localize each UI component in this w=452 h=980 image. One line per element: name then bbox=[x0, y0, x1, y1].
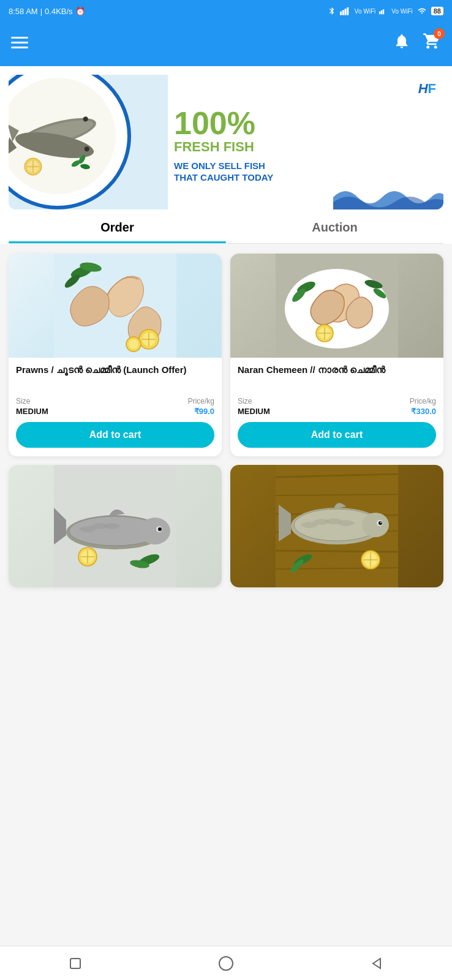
signal-icon-2 bbox=[379, 7, 388, 15]
product-size-row-1: Size Price/kg bbox=[16, 397, 214, 405]
bell-icon bbox=[393, 32, 410, 50]
separator: | bbox=[40, 7, 42, 16]
banner-percent: 100% bbox=[174, 107, 435, 139]
svg-rect-0 bbox=[340, 12, 342, 15]
tab-order[interactable]: Order bbox=[9, 209, 226, 243]
product-name-1: Prawns / ചൂടൻ ചെമ്മീൻ (Launch Offer) bbox=[16, 364, 214, 391]
status-bar: 8:58 AM | 0.4KB/s ⏰ Vo WiFi Vo WiFi 88 bbox=[0, 0, 452, 22]
back-icon bbox=[369, 956, 384, 971]
network-speed: 0.4KB/s bbox=[45, 7, 73, 16]
bottom-nav bbox=[0, 946, 452, 980]
header-right: 0 bbox=[393, 32, 441, 53]
price-value-1: ₹99.0 bbox=[194, 407, 214, 416]
product-image-3 bbox=[9, 465, 222, 587]
tabs-bar: Order Auction bbox=[0, 209, 452, 243]
product-card-2: Naran Chemeen // നാരൻ ചെമ്മീൻ Size Price… bbox=[230, 254, 443, 456]
banner-container: HF 100% FRESH FISH WE ONLY SELL FISH THA… bbox=[0, 66, 452, 209]
square-icon bbox=[68, 956, 83, 971]
wifi-icon bbox=[416, 7, 428, 15]
nav-square-button[interactable] bbox=[67, 955, 84, 972]
fish-plate bbox=[9, 75, 131, 209]
status-right: Vo WiFi Vo WiFi 88 bbox=[328, 7, 443, 15]
product-image-4 bbox=[230, 465, 443, 587]
banner-text-side: HF 100% FRESH FISH WE ONLY SELL FISH THA… bbox=[168, 75, 443, 209]
svg-rect-2 bbox=[344, 9, 346, 15]
svg-rect-1 bbox=[342, 10, 344, 15]
svg-point-48 bbox=[158, 527, 162, 531]
svg-rect-3 bbox=[347, 7, 348, 15]
menu-button[interactable] bbox=[11, 37, 28, 48]
svg-rect-4 bbox=[379, 12, 380, 15]
size-label-1: Size bbox=[16, 397, 30, 405]
signal-icon bbox=[340, 7, 351, 15]
size-value-2: MEDIUM bbox=[238, 407, 270, 416]
size-value-1: MEDIUM bbox=[16, 407, 48, 416]
tab-auction[interactable]: Auction bbox=[226, 209, 443, 243]
fish-illustration bbox=[9, 75, 119, 197]
svg-line-60 bbox=[276, 551, 398, 552]
app-header: 0 bbox=[0, 22, 452, 66]
fish-illustration-4 bbox=[230, 465, 443, 587]
product-card-3 bbox=[9, 465, 222, 587]
hamburger-line-1 bbox=[11, 37, 28, 39]
add-to-cart-btn-1[interactable]: Add to cart bbox=[16, 422, 214, 448]
product-size-row-2: Size Price/kg bbox=[238, 397, 436, 405]
product-card-4 bbox=[230, 465, 443, 587]
price-value-2: ₹330.0 bbox=[411, 407, 436, 416]
status-left: 8:58 AM | 0.4KB/s ⏰ bbox=[9, 7, 85, 16]
svg-rect-5 bbox=[381, 10, 382, 14]
shrimp-illustration-2 bbox=[230, 254, 443, 358]
svg-point-76 bbox=[219, 957, 233, 970]
circle-icon bbox=[217, 955, 235, 972]
svg-point-65 bbox=[362, 513, 389, 537]
notification-button[interactable] bbox=[393, 32, 410, 52]
add-to-cart-btn-2[interactable]: Add to cart bbox=[238, 422, 436, 448]
vo-wifi-label-2: Vo WiFi bbox=[391, 8, 412, 15]
svg-rect-6 bbox=[383, 9, 384, 14]
products-grid: Prawns / ചൂടൻ ചെമ്മീൻ (Launch Offer) Siz… bbox=[0, 244, 452, 597]
svg-rect-75 bbox=[70, 959, 80, 968]
vo-wifi-label: Vo WiFi bbox=[355, 8, 375, 15]
product-value-row-2: MEDIUM ₹330.0 bbox=[238, 407, 436, 416]
svg-marker-77 bbox=[373, 959, 380, 968]
cart-badge: 0 bbox=[434, 28, 445, 39]
hamburger-line-3 bbox=[11, 47, 28, 48]
price-label-2: Price/kg bbox=[410, 397, 436, 405]
bluetooth-icon bbox=[328, 7, 336, 15]
nav-home-button[interactable] bbox=[217, 955, 235, 972]
promo-banner: HF 100% FRESH FISH WE ONLY SELL FISH THA… bbox=[9, 75, 443, 209]
svg-point-28 bbox=[129, 339, 138, 349]
size-label-2: Size bbox=[238, 397, 252, 405]
alarm-icon: ⏰ bbox=[75, 7, 85, 16]
time: 8:58 AM bbox=[9, 7, 38, 16]
product-info-2: Naran Chemeen // നാരൻ ചെമ്മീൻ Size Price… bbox=[230, 358, 443, 456]
banner-wave bbox=[333, 179, 443, 209]
price-label-1: Price/kg bbox=[188, 397, 214, 405]
svg-point-67 bbox=[379, 521, 382, 525]
brand-logo: HF bbox=[418, 81, 436, 97]
tabs-section: Order Auction bbox=[0, 209, 452, 244]
product-value-row-1: MEDIUM ₹99.0 bbox=[16, 407, 214, 416]
banner-image-side bbox=[9, 75, 168, 209]
product-card-1: Prawns / ചൂടൻ ചെമ്മീൻ (Launch Offer) Siz… bbox=[9, 254, 222, 456]
svg-point-68 bbox=[380, 522, 382, 523]
product-image-2 bbox=[230, 254, 443, 358]
battery-level: 88 bbox=[431, 7, 443, 15]
hamburger-line-2 bbox=[11, 42, 28, 43]
fish-illustration-3 bbox=[9, 465, 222, 587]
product-name-2: Naran Chemeen // നാരൻ ചെമ്മീൻ bbox=[238, 364, 436, 391]
banner-fresh-text: FRESH FISH bbox=[174, 139, 435, 155]
cart-button[interactable]: 0 bbox=[423, 32, 441, 53]
nav-back-button[interactable] bbox=[368, 955, 385, 972]
product-image-1 bbox=[9, 254, 222, 358]
product-info-1: Prawns / ചൂടൻ ചെമ്മീൻ (Launch Offer) Siz… bbox=[9, 358, 222, 456]
shrimp-illustration-1 bbox=[9, 254, 222, 358]
svg-point-46 bbox=[140, 518, 170, 545]
